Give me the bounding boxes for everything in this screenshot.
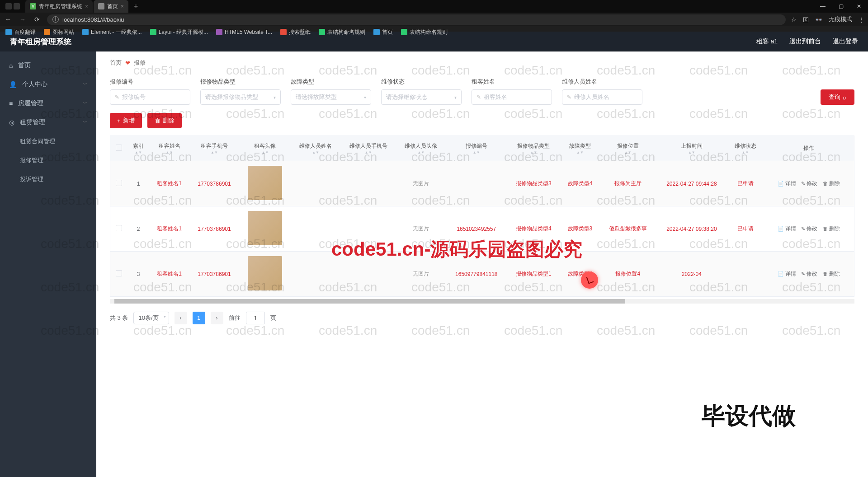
- detail-button[interactable]: 📄详情: [776, 224, 798, 234]
- col-checkbox[interactable]: [110, 136, 127, 161]
- cell-checkbox[interactable]: [110, 206, 127, 252]
- total-label: 共 3 条: [110, 314, 128, 322]
- bookmark-item[interactable]: 首页: [373, 28, 393, 36]
- col-item-type[interactable]: 报修物品类型▲▼: [507, 136, 560, 161]
- bookmark-item[interactable]: 图标网站: [44, 28, 74, 36]
- trash-icon: 🗑: [823, 181, 828, 186]
- repair-code-input[interactable]: ✎报修编号: [110, 89, 190, 105]
- close-icon[interactable]: ×: [85, 3, 88, 9]
- edit-button[interactable]: ✎修改: [799, 269, 819, 279]
- user-label[interactable]: 租客 a1: [756, 37, 778, 46]
- close-icon[interactable]: ×: [121, 3, 124, 9]
- item-type-select[interactable]: 请选择报修物品类型▾: [200, 89, 281, 105]
- sidebar-sub-complaint[interactable]: 投诉管理: [0, 170, 96, 189]
- goto-page-input[interactable]: [246, 312, 265, 324]
- tenant-name-input[interactable]: ✎租客姓名: [472, 89, 552, 105]
- star-icon[interactable]: ☆: [791, 16, 797, 23]
- col-status[interactable]: 维修状态▲▼: [727, 136, 763, 161]
- browser-tabs: V 青年租房管理系统 × 首页 × + — ▢ ✕: [0, 0, 868, 13]
- maximize-icon[interactable]: ▢: [832, 0, 850, 13]
- detail-button[interactable]: 📄详情: [776, 269, 798, 279]
- next-page-button[interactable]: ›: [211, 312, 223, 324]
- tab-title: 青年租房管理系统: [39, 3, 82, 10]
- sidebar-sub-contract[interactable]: 租赁合同管理: [0, 132, 96, 151]
- cell-worker-avatar: 无图片: [396, 252, 446, 297]
- search-button[interactable]: 查询⌕: [821, 89, 854, 105]
- col-tenant-phone[interactable]: 租客手机号▲▼: [189, 136, 240, 161]
- col-tenant-name[interactable]: 租客姓名▲▼: [150, 136, 189, 161]
- col-index[interactable]: 索引▲▼: [127, 136, 150, 161]
- page-1-button[interactable]: 1: [193, 312, 205, 324]
- row-delete-button[interactable]: 🗑删除: [821, 179, 842, 188]
- new-tab-button[interactable]: +: [129, 0, 142, 12]
- cell-tenant-name[interactable]: 租客姓名1: [150, 161, 189, 206]
- bookmark-item[interactable]: 百度翻译: [5, 28, 36, 36]
- col-worker-avatar[interactable]: 维修人员头像▲▼: [396, 136, 446, 161]
- edit-button[interactable]: ✎修改: [799, 179, 819, 188]
- prev-page-button[interactable]: ‹: [175, 312, 187, 324]
- row-delete-button[interactable]: 🗑删除: [821, 224, 842, 234]
- bookmark-item[interactable]: 表结构命名规则: [401, 28, 448, 36]
- site-info-icon[interactable]: i: [52, 16, 59, 23]
- col-worker-phone[interactable]: 维修人员手机号▲▼: [340, 136, 396, 161]
- back-frontend-link[interactable]: 退出到前台: [789, 37, 821, 46]
- fault-type-select[interactable]: 请选择故障类型▾: [291, 89, 371, 105]
- goto-label: 前往: [229, 314, 241, 322]
- menu-icon[interactable]: ⋮: [859, 16, 864, 23]
- table-row: 1租客姓名117703786901无图片报修物品类型3故障类型4报修为主厅202…: [110, 161, 854, 206]
- forward-icon[interactable]: →: [18, 16, 27, 23]
- bookmark-item[interactable]: Layui - 经典开源模...: [150, 28, 208, 36]
- cell-location: 报修位置4: [600, 252, 656, 297]
- cell-tenant-avatar: [239, 161, 291, 206]
- cell-index: 1: [127, 161, 150, 206]
- cell-checkbox[interactable]: [110, 161, 127, 206]
- key-icon[interactable]: ⚿: [803, 16, 809, 23]
- sidebar-item-home[interactable]: ⌂ 首页: [0, 56, 96, 75]
- close-window-icon[interactable]: ✕: [850, 0, 868, 13]
- cell-tenant-name[interactable]: 租客姓名1: [150, 252, 189, 297]
- url-input[interactable]: i localhost:8081/#/baoxiu: [47, 14, 786, 25]
- back-icon[interactable]: ←: [4, 16, 13, 23]
- minimize-icon[interactable]: —: [814, 0, 832, 13]
- sidebar-item-profile[interactable]: 👤 个人中心 ﹀: [0, 75, 96, 94]
- cell-tenant-name[interactable]: 租客姓名1: [150, 206, 189, 252]
- sidebar-item-house[interactable]: ≡ 房屋管理 ﹀: [0, 94, 96, 113]
- col-code[interactable]: 报修编号▲▼: [446, 136, 507, 161]
- cell-worker-phone: [340, 252, 396, 297]
- browser-chrome: V 青年租房管理系统 × 首页 × + — ▢ ✕ ← → ⟳ i localh…: [0, 0, 868, 32]
- delete-button[interactable]: 🗑删除: [147, 113, 182, 128]
- col-tenant-avatar[interactable]: 租客头像▲▼: [239, 136, 291, 161]
- favicon: [98, 3, 104, 9]
- col-location[interactable]: 报修位置▲▼: [600, 136, 656, 161]
- trash-icon: 🗑: [823, 226, 828, 231]
- sidebar-item-rent[interactable]: ◎ 租赁管理 ﹀: [0, 113, 96, 132]
- col-worker-name[interactable]: 维修人员姓名▲▼: [291, 136, 340, 161]
- status-select[interactable]: 请选择维修状态▾: [381, 89, 462, 105]
- sidebar-sub-repair[interactable]: 报修管理: [0, 151, 96, 170]
- browser-tab-1[interactable]: V 青年租房管理系统 ×: [25, 0, 93, 13]
- bookmark-item[interactable]: 搜索壁纸: [280, 28, 311, 36]
- col-time[interactable]: 上报时间▲▼: [656, 136, 727, 161]
- browser-tab-2[interactable]: 首页 ×: [94, 0, 128, 13]
- worker-name-input[interactable]: ✎维修人员姓名: [562, 89, 642, 105]
- cell-location: 报修为主厅: [600, 161, 656, 206]
- search-icon: ⌕: [843, 94, 846, 101]
- logout-link[interactable]: 退出登录: [833, 37, 858, 46]
- detail-button[interactable]: 📄详情: [776, 179, 798, 188]
- add-button[interactable]: +新增: [110, 113, 142, 128]
- bookmark-item[interactable]: 表结构命名规则: [319, 28, 365, 36]
- bookmark-item[interactable]: Element - 一经典依...: [82, 28, 142, 36]
- bookmark-item[interactable]: HTML5 Website T...: [216, 29, 272, 35]
- avatar: [248, 211, 282, 245]
- edit-button[interactable]: ✎修改: [799, 224, 819, 234]
- cell-checkbox[interactable]: [110, 252, 127, 297]
- row-delete-button[interactable]: 🗑删除: [821, 269, 842, 279]
- user-icon: 👤: [9, 81, 17, 88]
- col-fault-type[interactable]: 故障类型▲▼: [560, 136, 600, 161]
- cell-fault-type: 故障类型4: [560, 252, 600, 297]
- chevron-down-icon: ﹀: [83, 100, 87, 107]
- page-size-select[interactable]: 10条/页▾: [133, 312, 169, 324]
- horizontal-scrollbar[interactable]: [110, 299, 854, 304]
- breadcrumb-home[interactable]: 首页: [110, 59, 122, 67]
- reload-icon[interactable]: ⟳: [33, 16, 42, 23]
